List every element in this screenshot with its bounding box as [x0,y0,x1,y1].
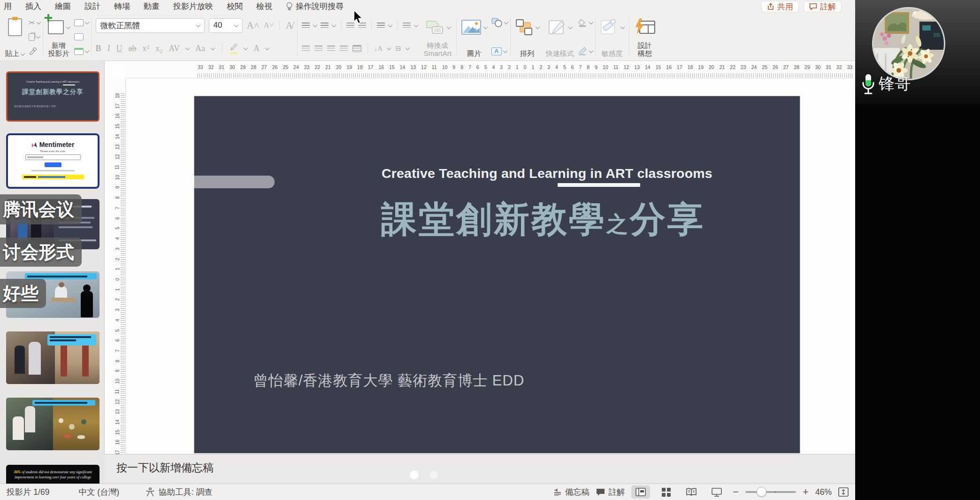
slide-sorter-view-button[interactable] [657,485,675,499]
line-spacing-icon[interactable] [377,23,385,29]
paste-button[interactable]: 貼上 [2,15,28,59]
columns-dropdown[interactable] [413,23,418,27]
numbering-icon[interactable] [321,23,329,29]
section-button[interactable] [74,46,89,57]
text-box-button[interactable]: A [491,46,508,57]
smartart-button[interactable]: 轉換成SmartArt [421,15,455,59]
zoom-slider-thumb[interactable] [757,487,766,497]
bold-button[interactable]: B [96,44,101,54]
thumb1-underline [63,85,75,85]
columns-icon[interactable] [403,23,411,29]
language-indicator[interactable]: 中文 (台灣) [78,486,119,498]
italic-button[interactable]: I [107,44,110,54]
font-name-select[interactable]: 微軟正黑體 [96,18,205,33]
notes-pane[interactable]: 按一下以新增備忘稿 [104,454,855,484]
notes-placeholder[interactable]: 按一下以新增備忘稿 [116,461,214,475]
menu-slideshow[interactable]: 投影片放映 [173,1,213,12]
decrease-font-button[interactable]: A˅ [264,21,274,30]
divider [456,18,457,56]
picture-button[interactable]: 圖片 [458,15,490,59]
participant-name-row: 锋哥 [861,73,911,95]
shape-outline-button[interactable] [578,46,593,57]
normal-view-button[interactable] [631,485,650,499]
mentimeter-code-input [25,154,81,160]
thumbnail-slide-2[interactable]: Mentimeter Please enter the code [6,133,100,189]
thumbnail-slide-1[interactable]: Creative Teaching and Learning in ART cl… [6,71,100,122]
highlight-button[interactable]: 🖉 [230,43,238,54]
zoom-in-button[interactable]: + [803,490,809,494]
menu-animations[interactable]: 動畫 [144,1,160,12]
align-left-icon[interactable] [302,46,310,52]
slide-title-chinese[interactable]: 課堂創新教學之分享 [381,196,705,244]
thumbnail-slide-5[interactable] [6,331,100,384]
reading-view-button[interactable] [682,485,701,499]
normal-view-icon [635,488,646,496]
text-direction-button[interactable]: ↓A [374,45,383,53]
increase-font-button[interactable]: A˄ [247,20,260,31]
slide-canvas[interactable]: Creative Teaching and Learning in ART cl… [194,96,800,453]
quick-styles-button[interactable]: 快速樣式 [543,15,577,59]
zoom-out-button[interactable]: − [733,490,739,494]
font-color-button[interactable]: A [253,44,260,54]
menu-view[interactable]: 檢視 [256,1,272,12]
menu-draw[interactable]: 繪圖 [55,1,71,12]
slide-sorter-icon [662,488,671,497]
accessibility-checker[interactable]: 協助工具: 調查 [145,486,213,498]
zoom-level: 46% [815,487,832,497]
shape-fill-button[interactable] [578,17,593,28]
slide-title-english[interactable]: Creative Teaching and Learning in ART cl… [382,166,644,181]
bullets-dropdown[interactable] [313,23,317,27]
format-painter-button[interactable] [29,46,40,57]
menu-review[interactable]: 校閱 [227,1,243,12]
change-case-button[interactable]: Aa [195,44,205,54]
align-center-icon[interactable] [314,46,322,52]
thumbnail-slide-7[interactable]: 36% of students did not demonstrate any … [6,465,100,484]
sensitivity-button[interactable]: 敏感度 [597,15,628,59]
bullets-icon[interactable] [302,23,310,29]
layout-button[interactable] [74,17,89,28]
divider [91,18,92,56]
new-slide-button[interactable]: 新增投影片 [45,15,73,59]
ribbon: 貼上 ✂ 新增投影片 微軟正黑體 40 [0,12,855,61]
fit-to-window-icon[interactable] [838,487,849,497]
thumbnail-slide-6[interactable] [6,398,100,450]
copy-button[interactable] [29,31,40,43]
menu-home[interactable]: 用 [4,1,12,12]
menu-transitions[interactable]: 轉場 [114,1,130,12]
text-box-icon: A [491,47,502,55]
picture-group: 圖片 A [458,15,509,59]
align-text-button[interactable]: ⊟ [395,44,401,53]
strikethrough-button[interactable]: ab [129,44,137,54]
share-button[interactable]: 共用 [761,1,799,12]
zoom-slider[interactable] [745,491,796,493]
cut-button[interactable]: ✂ [29,17,40,28]
font-size-select[interactable]: 40 [209,18,243,33]
arrange-button[interactable]: 排列 [512,15,543,59]
notes-toggle[interactable]: 備忘稿 [553,486,590,498]
picture-icon [461,20,481,35]
character-spacing-button[interactable]: AV [168,44,180,54]
underline-button[interactable]: U [116,44,122,54]
reset-slide-button[interactable] [74,31,89,43]
menu-design[interactable]: 設計 [84,1,100,12]
menu-insert[interactable]: 插入 [25,1,41,12]
justify-icon[interactable] [340,46,348,52]
design-ideas-button[interactable]: 設計構想 [631,15,659,59]
mentimeter-footnote [31,170,75,171]
clear-formatting-button[interactable]: A̸ [285,20,292,31]
tell-me-search[interactable]: 操作說明搜尋 [286,1,344,12]
line-spacing-dropdown[interactable] [388,23,392,27]
comments-toggle[interactable]: 註解 [596,486,625,498]
comments-button[interactable]: 註解 [804,1,842,12]
slideshow-view-button[interactable] [707,485,726,499]
shapes-button[interactable] [491,17,508,28]
participant-video-tile[interactable]: 锋哥 [855,0,980,104]
participant-name: 锋哥 [879,73,911,95]
numbering-dropdown[interactable] [331,23,336,27]
superscript-button[interactable]: x² [143,44,149,54]
align-right-icon[interactable] [327,46,335,52]
slide-subtitle[interactable]: 曾怡馨/香港教育大學 藝術教育博士 EDD [253,371,524,391]
distribute-icon[interactable] [352,45,361,52]
v-ruler-ticks [121,93,125,465]
subscript-button[interactable]: x₂ [155,44,162,54]
